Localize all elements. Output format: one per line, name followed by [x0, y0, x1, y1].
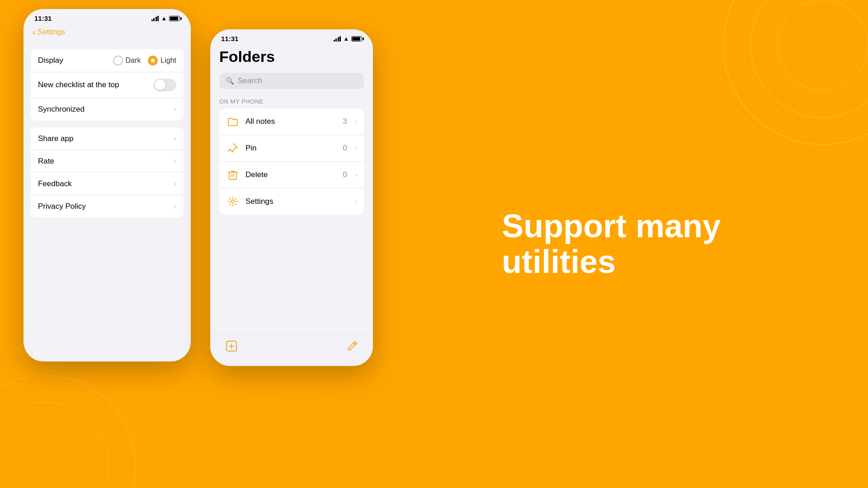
feedback-chevron-icon: ›	[174, 179, 176, 188]
settings-content: Display Dark Light New checklist at the …	[24, 42, 191, 232]
share-app-chevron-icon: ›	[174, 134, 176, 143]
folder-name-delete: Delete	[245, 170, 337, 179]
settings-row-privacy[interactable]: Privacy Policy ›	[31, 195, 184, 217]
folder-chevron-pin: ›	[355, 144, 358, 152]
folder-icon-settings	[226, 194, 240, 209]
svg-point-1	[750, 0, 868, 117]
svg-point-2	[778, 0, 868, 90]
synchronized-label: Synchronized	[38, 105, 85, 114]
back-button[interactable]: ‹ Settings	[33, 28, 65, 37]
folder-chevron-settings: ›	[355, 197, 358, 206]
folder-icon-pin	[226, 141, 240, 155]
back-label: Settings	[38, 28, 65, 37]
status-icons-1: ▲	[151, 15, 180, 22]
tagline: Support many utilities	[502, 208, 827, 280]
svg-point-6	[231, 200, 235, 203]
radio-dark-circle	[113, 56, 123, 66]
settings-card-menu: Share app › Rate › Feedback › Privacy Po…	[31, 127, 184, 217]
folder-icon-all-notes	[226, 114, 240, 129]
privacy-label: Privacy Policy	[38, 202, 86, 211]
folder-name-all-notes: All notes	[245, 117, 337, 126]
settings-row-feedback[interactable]: Feedback ›	[31, 173, 184, 195]
settings-row-checklist[interactable]: New checklist at the top	[31, 72, 184, 98]
folder-count-delete: 0	[343, 170, 347, 179]
settings-row-rate[interactable]: Rate ›	[31, 150, 184, 173]
rate-chevron-icon: ›	[174, 156, 176, 166]
back-chevron-icon: ‹	[33, 28, 36, 37]
phone-toolbar	[210, 333, 373, 366]
light-label: Light	[160, 56, 176, 65]
folders-title: Folders	[219, 48, 364, 66]
settings-row-share-app[interactable]: Share app ›	[31, 127, 184, 150]
folder-name-settings: Settings	[245, 197, 342, 206]
settings-row-synchronized[interactable]: Synchronized ›	[31, 98, 184, 120]
section-header-on-my-phone: On My Phone	[219, 98, 364, 105]
checklist-label: New checklist at the top	[38, 80, 119, 89]
folders-card: All notes 3 › Pin 0 ›	[219, 108, 364, 215]
dark-label: Dark	[126, 56, 141, 65]
folder-count-pin: 0	[343, 144, 347, 153]
status-bar-1: 11:31 ▲	[24, 9, 191, 24]
phone-settings: 11:31 ▲ ‹ Settings Display	[24, 9, 191, 361]
synchronized-chevron-icon: ›	[174, 104, 176, 114]
settings-card-main: Display Dark Light New checklist at the …	[31, 49, 184, 120]
feedback-label: Feedback	[38, 179, 72, 188]
svg-point-3	[0, 375, 136, 488]
folder-row-delete[interactable]: Delete 0 ›	[219, 162, 364, 188]
folder-row-all-notes[interactable]: All notes 3 ›	[219, 108, 364, 135]
wifi-icon: ▲	[161, 15, 167, 22]
folder-count-all-notes: 3	[343, 117, 347, 126]
radio-light[interactable]: Light	[148, 56, 176, 66]
search-placeholder-text: Search	[238, 76, 262, 85]
checklist-toggle[interactable]	[154, 79, 176, 91]
folder-row-settings[interactable]: Settings ›	[219, 188, 364, 215]
settings-row-display[interactable]: Display Dark Light	[31, 49, 184, 72]
display-label: Display	[38, 56, 63, 65]
wifi-icon-2: ▲	[343, 35, 349, 42]
search-bar[interactable]: 🔍 Search	[219, 73, 364, 89]
status-time-1: 11:31	[34, 14, 52, 22]
svg-point-0	[723, 0, 868, 145]
folder-row-pin[interactable]: Pin 0 ›	[219, 135, 364, 162]
share-app-label: Share app	[38, 134, 73, 143]
folder-icon-delete	[226, 168, 240, 182]
rate-label: Rate	[38, 157, 54, 166]
folder-chevron-delete: ›	[355, 171, 358, 179]
status-icons-2: ▲	[334, 35, 362, 42]
display-options: Dark Light	[113, 56, 176, 66]
svg-point-4	[0, 402, 108, 488]
status-time-2: 11:31	[221, 35, 238, 42]
svg-rect-5	[229, 172, 236, 179]
status-bar-2: 11:31 ▲	[210, 29, 373, 44]
radio-light-circle	[148, 56, 158, 66]
radio-dark[interactable]: Dark	[113, 56, 141, 66]
signal-icon	[151, 16, 159, 21]
add-checklist-button[interactable]	[225, 339, 238, 356]
privacy-chevron-icon: ›	[174, 202, 176, 211]
compose-button[interactable]	[346, 340, 359, 356]
toggle-knob	[155, 80, 165, 90]
folder-chevron-all-notes: ›	[355, 117, 358, 126]
battery-icon-2	[351, 36, 362, 42]
battery-icon	[169, 16, 180, 21]
settings-nav[interactable]: ‹ Settings	[24, 24, 191, 42]
folders-content: Folders 🔍 Search On My Phone All notes 3…	[210, 44, 373, 224]
search-icon: 🔍	[226, 77, 234, 85]
signal-icon-2	[334, 36, 341, 42]
phone-folders: 11:31 ▲ Folders 🔍 Search On My Phone	[210, 29, 373, 366]
folder-name-pin: Pin	[245, 144, 337, 153]
